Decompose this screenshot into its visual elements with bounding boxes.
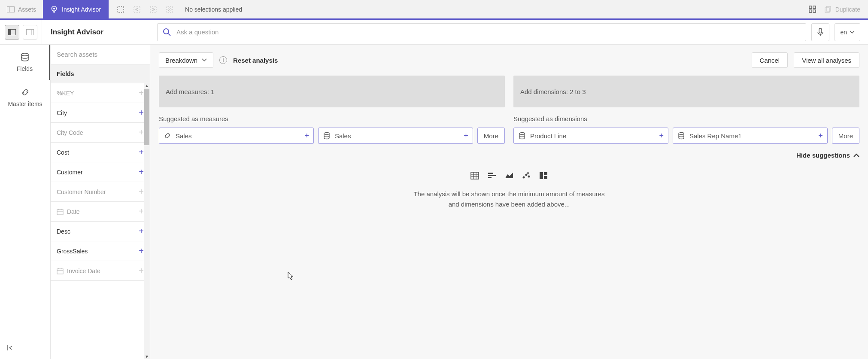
table-viz-icon xyxy=(470,171,480,180)
assets-header: Fields xyxy=(51,64,150,83)
add-field-button[interactable]: + xyxy=(139,246,144,256)
field-row[interactable]: Cost+ xyxy=(51,143,150,162)
measures-dropzone[interactable]: Add measures: 1 xyxy=(159,76,505,107)
add-field-button[interactable]: + xyxy=(139,128,144,137)
dimensions-suggest-label: Suggested as dimensions xyxy=(513,115,859,122)
left-panel-toggle[interactable] xyxy=(5,25,19,40)
hide-suggestions-label: Hide suggestions xyxy=(796,152,850,159)
field-row[interactable]: Date+ xyxy=(51,202,150,222)
grid-icon[interactable] xyxy=(809,6,816,13)
tab-assets-label: Assets xyxy=(18,6,36,13)
selection-clear-icon[interactable] xyxy=(165,5,174,14)
treemap-viz-icon xyxy=(539,171,548,180)
placeholder-line2: and dimensions have been added above... xyxy=(159,199,859,210)
field-row[interactable]: Customer Number+ xyxy=(51,182,150,202)
analysis-type-label: Breakdown xyxy=(165,57,197,64)
assets-panel: Fields %KEY+City+City Code+Cost+Customer… xyxy=(51,45,150,359)
svg-rect-14 xyxy=(809,10,812,12)
add-chip-button[interactable]: + xyxy=(818,131,823,140)
field-row[interactable]: City+ xyxy=(51,103,150,123)
no-selections-label: No selections applied xyxy=(182,6,242,13)
tab-insight-label: Insight Advisor xyxy=(62,6,101,13)
dimensions-dropzone[interactable]: Add dimensions: 2 to 3 xyxy=(513,76,859,107)
assets-search-box[interactable] xyxy=(51,45,150,64)
add-field-button[interactable]: + xyxy=(139,226,144,236)
right-panel-toggle[interactable] xyxy=(23,25,37,40)
duplicate-button[interactable]: Duplicate xyxy=(824,6,860,13)
nav-master-items[interactable]: Master items xyxy=(0,80,50,115)
assets-search-input[interactable] xyxy=(57,51,144,58)
panel-icon xyxy=(7,6,15,12)
scroll-track[interactable]: ▲ ▼ xyxy=(144,83,150,359)
scroll-thumb[interactable] xyxy=(144,89,149,145)
hide-suggestions-button[interactable]: Hide suggestions xyxy=(159,152,859,159)
add-field-button[interactable]: + xyxy=(139,108,144,118)
microphone-button[interactable] xyxy=(811,23,829,41)
search-icon xyxy=(163,28,171,37)
database-icon xyxy=(323,132,331,140)
database-icon xyxy=(518,132,526,140)
field-row[interactable]: Desc+ xyxy=(51,222,150,241)
svg-point-22 xyxy=(164,29,169,34)
selection-forward-icon[interactable] xyxy=(149,5,158,14)
microphone-icon xyxy=(817,28,824,37)
scroll-down-icon[interactable]: ▼ xyxy=(145,354,149,359)
add-field-button[interactable]: + xyxy=(139,167,144,177)
add-chip-button[interactable]: + xyxy=(304,131,309,140)
svg-rect-39 xyxy=(471,172,479,179)
field-row[interactable]: City Code+ xyxy=(51,123,150,143)
info-icon[interactable]: i xyxy=(219,56,227,64)
link-icon xyxy=(21,88,30,97)
add-field-button[interactable]: + xyxy=(139,88,144,98)
field-row[interactable]: Invoice Date+ xyxy=(51,261,150,281)
calendar-icon xyxy=(57,268,64,274)
field-row[interactable]: %KEY+ xyxy=(51,83,150,103)
tab-assets[interactable]: Assets xyxy=(0,0,43,18)
tab-insight-advisor[interactable]: Insight Advisor xyxy=(43,0,109,18)
page-title: Insight Advisor xyxy=(42,28,149,37)
dimension-chips: Product Line+Sales Rep Name1+More xyxy=(513,128,859,144)
panel-toggles xyxy=(0,20,42,44)
more-suggestions-button[interactable]: More xyxy=(477,128,505,144)
suggestion-chip[interactable]: Product Line+ xyxy=(513,128,668,144)
nav-fields[interactable]: Fields xyxy=(0,45,50,80)
scroll-up-icon[interactable]: ▲ xyxy=(145,83,149,88)
add-field-button[interactable]: + xyxy=(139,147,144,157)
svg-point-48 xyxy=(525,174,528,176)
selection-tool-icon[interactable] xyxy=(116,5,125,14)
field-row[interactable]: GrossSales+ xyxy=(51,241,150,261)
cancel-button[interactable]: Cancel xyxy=(752,52,788,68)
svg-rect-51 xyxy=(540,172,543,179)
svg-rect-8 xyxy=(150,6,156,12)
svg-rect-12 xyxy=(809,6,812,9)
duplicate-label: Duplicate xyxy=(835,6,860,13)
add-field-button[interactable]: + xyxy=(139,187,144,197)
add-chip-button[interactable]: + xyxy=(464,131,468,140)
suggestion-chip[interactable]: Sales+ xyxy=(318,128,473,144)
measure-chips: Sales+Sales+More xyxy=(159,128,505,144)
svg-rect-45 xyxy=(488,175,496,176)
analysis-type-dropdown[interactable]: Breakdown xyxy=(159,52,213,68)
measures-dropzone-label: Add measures: 1 xyxy=(166,88,214,95)
view-all-analyses-button[interactable]: View all analyses xyxy=(794,52,859,68)
more-suggestions-button[interactable]: More xyxy=(832,128,859,144)
suggestion-chip[interactable]: Sales+ xyxy=(159,128,314,144)
reset-analysis-button[interactable]: Reset analysis xyxy=(233,57,278,64)
selection-back-icon[interactable] xyxy=(133,5,141,14)
add-field-button[interactable]: + xyxy=(139,266,144,276)
bar-viz-icon xyxy=(487,171,497,180)
search-area: en xyxy=(149,23,868,41)
language-button[interactable]: en xyxy=(835,23,860,41)
svg-point-38 xyxy=(679,133,684,135)
field-name: Cost xyxy=(57,149,69,156)
svg-line-11 xyxy=(168,8,171,11)
field-list[interactable]: %KEY+City+City Code+Cost+Customer+Custom… xyxy=(51,83,150,359)
add-chip-button[interactable]: + xyxy=(659,131,664,140)
search-input[interactable] xyxy=(176,28,801,36)
svg-point-47 xyxy=(523,176,525,179)
suggestion-chip[interactable]: Sales Rep Name1+ xyxy=(673,128,828,144)
collapse-panel-button[interactable] xyxy=(0,337,50,359)
search-box[interactable] xyxy=(157,23,806,41)
add-field-button[interactable]: + xyxy=(139,207,144,216)
field-row[interactable]: Customer+ xyxy=(51,162,150,182)
